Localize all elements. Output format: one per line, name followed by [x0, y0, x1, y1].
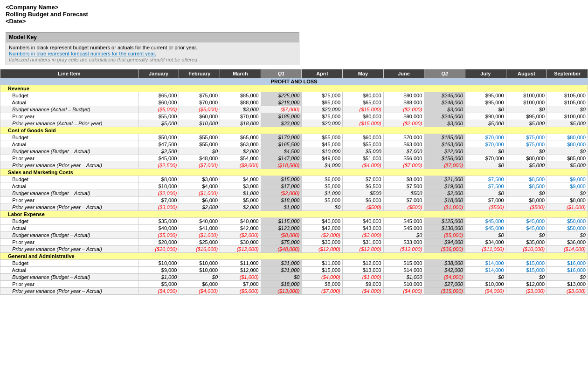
rev-act-mar: $88,000 — [220, 99, 261, 106]
col-header-q2: Q2 — [424, 69, 465, 78]
cogs-varpya-may: ($4,000) — [343, 162, 384, 169]
cogs-py-apr: $49,000 — [302, 155, 343, 162]
cogs-act-may: $55,000 — [343, 141, 384, 148]
labor-bud-jun: $45,000 — [383, 218, 424, 225]
ga-varba-jan: $1,000 — [138, 274, 179, 281]
cogs-act-jul: $70,000 — [465, 141, 506, 148]
col-header-lineitem: Line Item — [0, 69, 138, 78]
ga-py-apr: $8,000 — [302, 281, 343, 288]
revenue-actual-row: Actual $60,000 $70,000 $88,000 $218,000 … — [0, 99, 588, 106]
sales-varpya-mar: $2,000 — [220, 204, 261, 211]
cogs-varpya-q1: ($18,500) — [261, 162, 302, 169]
sales-py-mar: $5,000 — [220, 197, 261, 204]
rev-act-q2: $248,000 — [424, 99, 465, 106]
ga-varpya-q2: ($15,000) — [424, 288, 465, 295]
labor-bud-q2: $125,000 — [424, 218, 465, 225]
cogs-py-may: $51,000 — [343, 155, 384, 162]
cogs-py-feb: $48,000 — [179, 155, 220, 162]
rev-act-feb: $70,000 — [179, 99, 220, 106]
sales-varba-feb: ($1,000) — [179, 190, 220, 197]
rev-varpya-feb: $10,000 — [179, 120, 220, 127]
rev-py-q2: $245,000 — [424, 113, 465, 120]
cogs-bud-sep: $80,000 — [547, 134, 588, 141]
sales-py-aug: $8,000 — [506, 197, 547, 204]
ga-act-may: $13,000 — [343, 267, 384, 274]
cogs-py-label: Prior year — [0, 155, 138, 162]
cogs-budget-row: Budget $50,000 $55,000 $65,000 $170,000 … — [0, 134, 588, 141]
labor-bud-apr: $40,000 — [302, 218, 343, 225]
sales-varpya-sep: ($1,000) — [547, 204, 588, 211]
sales-act-sep: $9,000 — [547, 183, 588, 190]
labor-actual-row: Actual $40,000 $41,000 $42,000 $123,000 … — [0, 225, 588, 232]
rev-py-jul: $90,000 — [465, 113, 506, 120]
ga-act-q1: $31,000 — [261, 267, 302, 274]
revenue-section-header: Revenue — [0, 85, 588, 92]
cogs-py-mar: $54,000 — [220, 155, 261, 162]
col-header-mar: March — [220, 69, 261, 78]
labor-py-may: $31,000 — [343, 239, 384, 246]
sales-var-pya-row: Prior year variance (Prior year – Actual… — [0, 204, 588, 211]
sales-bud-jul: $7,500 — [465, 176, 506, 183]
sales-py-feb: $6,000 — [179, 197, 220, 204]
sales-varba-jun: $500 — [383, 190, 424, 197]
ga-budget-label: Budget — [0, 260, 138, 267]
labor-var-pya-row: Prior year variance (Prior year – Actual… — [0, 246, 588, 253]
labor-bud-q1: $115,000 — [261, 218, 302, 225]
sales-bud-jan: $8,000 — [138, 176, 179, 183]
ga-varpya-jul: ($4,000) — [465, 288, 506, 295]
ga-varpya-jun: ($4,000) — [383, 288, 424, 295]
labor-actual-label: Actual — [0, 225, 138, 232]
ga-section-header: General and Administrative — [0, 253, 588, 260]
cogs-varpya-jan: ($2,500) — [138, 162, 179, 169]
sales-bud-may: $7,000 — [343, 176, 384, 183]
labor-py-aug: $35,000 — [506, 239, 547, 246]
revenue-budget-label: Budget — [0, 92, 138, 99]
rev-act-sep: $105,000 — [547, 99, 588, 106]
sales-act-aug: $8,500 — [506, 183, 547, 190]
cogs-budget-label: Budget — [0, 134, 138, 141]
ga-bud-apr: $11,000 — [302, 260, 343, 267]
cogs-py-aug: $80,000 — [506, 155, 547, 162]
ga-varba-feb: $0 — [179, 274, 220, 281]
labor-act-feb: $41,000 — [179, 225, 220, 232]
cogs-bud-may: $60,000 — [343, 134, 384, 141]
labor-varpya-feb: ($16,000) — [179, 246, 220, 253]
column-header-row: Line Item January February March Q1 Apri… — [0, 69, 588, 78]
sales-varpya-aug: ($500) — [506, 204, 547, 211]
rev-act-q1: $218,000 — [261, 99, 302, 106]
ga-bud-jan: $10,000 — [138, 260, 179, 267]
cogs-py-q2: $156,000 — [424, 155, 465, 162]
ga-varpya-aug: ($3,000) — [506, 288, 547, 295]
cogs-var-ba-label: Budget variance (Budget – Actual) — [0, 148, 138, 155]
rev-bud-aug: $100,000 — [506, 92, 547, 99]
labor-varpya-mar: ($12,000) — [220, 246, 261, 253]
sales-bud-q2: $21,000 — [424, 176, 465, 183]
company-name: <Company Name> — [6, 4, 582, 11]
sales-varba-jan: ($2,000) — [138, 190, 179, 197]
ga-act-apr: $15,000 — [302, 267, 343, 274]
pnl-section-header: PROFIT AND LOSS — [0, 78, 588, 85]
sales-varpya-feb: $2,000 — [179, 204, 220, 211]
labor-bud-mar: $40,000 — [220, 218, 261, 225]
labor-py-jun: $33,000 — [383, 239, 424, 246]
ga-bud-aug: $15,000 — [506, 260, 547, 267]
sales-varba-sep: $0 — [547, 190, 588, 197]
labor-act-jan: $40,000 — [138, 225, 179, 232]
sales-py-q1: $18,000 — [261, 197, 302, 204]
rev-varba-sep: $0 — [547, 106, 588, 113]
ga-bud-feb: $10,000 — [179, 260, 220, 267]
rev-py-jan: $55,000 — [138, 113, 179, 120]
cogs-varpya-jun: ($7,000) — [383, 162, 424, 169]
rev-varpya-mar: $18,000 — [220, 120, 261, 127]
labor-bud-may: $40,000 — [343, 218, 384, 225]
cogs-varpya-mar: ($9,000) — [220, 162, 261, 169]
labor-section-header: Labor Expense — [0, 211, 588, 218]
labor-varba-q2: ($5,000) — [424, 232, 465, 239]
sales-py-row: Prior year $7,000 $6,000 $5,000 $18,000 … — [0, 197, 588, 204]
revenue-label: Revenue — [0, 85, 588, 92]
revenue-py-row: Prior year $55,000 $60,000 $70,000 $185,… — [0, 113, 588, 120]
sales-varpya-jul: ($500) — [465, 204, 506, 211]
labor-py-jul: $34,000 — [465, 239, 506, 246]
rev-varpya-q2: $3,000 — [424, 120, 465, 127]
sales-bud-apr: $6,000 — [302, 176, 343, 183]
